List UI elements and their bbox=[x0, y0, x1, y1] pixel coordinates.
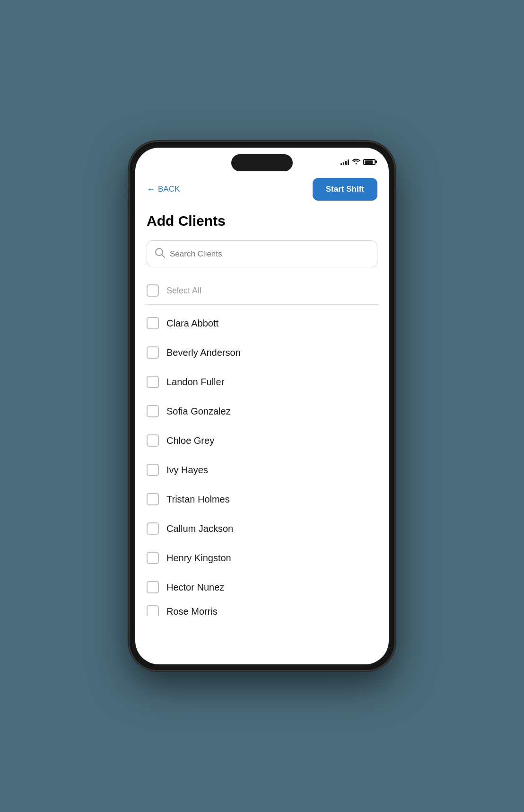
search-container bbox=[147, 240, 377, 267]
list-item[interactable]: Landon Fuller bbox=[147, 367, 377, 397]
main-content: Add Clients Select All bbox=[135, 208, 389, 664]
client-name-5: Ivy Hayes bbox=[166, 465, 208, 476]
list-item[interactable]: Callum Jackson bbox=[147, 514, 377, 543]
list-item[interactable]: Sofia Gonzalez bbox=[147, 397, 377, 426]
client-name-2: Landon Fuller bbox=[166, 377, 224, 388]
search-input-wrapper bbox=[147, 240, 377, 267]
list-item[interactable]: Ivy Hayes bbox=[147, 455, 377, 485]
client-name-1: Beverly Anderson bbox=[166, 347, 241, 358]
client-checkbox-6[interactable] bbox=[147, 493, 159, 505]
select-all-row[interactable]: Select All bbox=[147, 281, 377, 304]
back-label: BACK bbox=[158, 185, 180, 194]
client-name-9: Hector Nunez bbox=[166, 582, 224, 593]
client-list: Clara Abbott Beverly Anderson Landon Ful… bbox=[147, 305, 377, 616]
battery-icon bbox=[363, 159, 376, 165]
client-name-4: Chloe Grey bbox=[166, 435, 214, 446]
svg-point-0 bbox=[156, 248, 163, 256]
list-item[interactable]: Henry Kingston bbox=[147, 543, 377, 573]
list-item[interactable]: Rose Morris bbox=[147, 602, 377, 616]
battery-fill bbox=[365, 160, 373, 164]
client-name-6: Tristan Holmes bbox=[166, 494, 230, 505]
start-shift-button[interactable]: Start Shift bbox=[313, 178, 377, 201]
back-arrow-icon: ← bbox=[147, 185, 155, 194]
client-checkbox-7[interactable] bbox=[147, 522, 159, 535]
list-item[interactable]: Clara Abbott bbox=[147, 309, 377, 338]
search-icon bbox=[155, 247, 165, 260]
select-all-checkbox[interactable] bbox=[147, 284, 159, 297]
list-item[interactable]: Beverly Anderson bbox=[147, 338, 377, 367]
phone-frame: ← BACK Start Shift Add Clients bbox=[130, 142, 394, 670]
dynamic-island bbox=[231, 154, 293, 171]
client-checkbox-10[interactable] bbox=[147, 605, 159, 616]
nav-bar: ← BACK Start Shift bbox=[135, 173, 389, 208]
client-checkbox-4[interactable] bbox=[147, 434, 159, 447]
client-checkbox-0[interactable] bbox=[147, 317, 159, 329]
client-checkbox-2[interactable] bbox=[147, 376, 159, 388]
status-bar bbox=[135, 148, 389, 173]
search-input[interactable] bbox=[170, 249, 369, 259]
client-name-3: Sofia Gonzalez bbox=[166, 406, 231, 417]
phone-screen: ← BACK Start Shift Add Clients bbox=[135, 148, 389, 664]
client-checkbox-1[interactable] bbox=[147, 346, 159, 359]
signal-bars-icon bbox=[341, 159, 349, 165]
back-button[interactable]: ← BACK bbox=[147, 185, 180, 194]
wifi-icon bbox=[352, 158, 360, 166]
client-name-0: Clara Abbott bbox=[166, 318, 218, 329]
list-item[interactable]: Tristan Holmes bbox=[147, 485, 377, 514]
client-name-7: Callum Jackson bbox=[166, 523, 233, 534]
client-checkbox-8[interactable] bbox=[147, 552, 159, 564]
list-item[interactable]: Chloe Grey bbox=[147, 426, 377, 455]
client-name-10: Rose Morris bbox=[166, 606, 218, 617]
page-title: Add Clients bbox=[147, 213, 377, 229]
status-icons bbox=[341, 158, 376, 166]
select-all-label: Select All bbox=[166, 286, 201, 296]
client-checkbox-5[interactable] bbox=[147, 464, 159, 476]
client-name-8: Henry Kingston bbox=[166, 553, 231, 564]
client-checkbox-9[interactable] bbox=[147, 581, 159, 593]
list-item[interactable]: Hector Nunez bbox=[147, 573, 377, 602]
svg-line-1 bbox=[162, 255, 165, 258]
client-checkbox-3[interactable] bbox=[147, 405, 159, 417]
